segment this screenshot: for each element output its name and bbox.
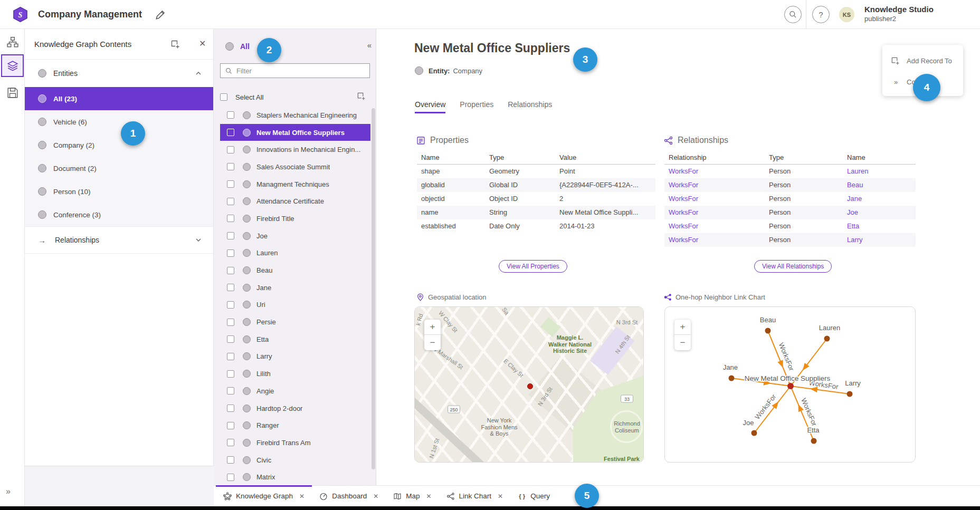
- contents-list-item[interactable]: Company (2): [25, 133, 213, 157]
- entity-list-item[interactable]: Joe: [220, 227, 370, 245]
- table-link-cell[interactable]: Joe: [847, 206, 916, 219]
- table-link-cell[interactable]: WorksFor: [669, 192, 769, 206]
- view-all-properties-button[interactable]: View All Properties: [499, 260, 567, 273]
- entity-checkbox[interactable]: [227, 422, 234, 429]
- entity-checkbox[interactable]: [227, 405, 234, 412]
- entity-list-item[interactable]: Staplers Mechanical Engineering: [220, 107, 370, 124]
- link-chart-svg[interactable]: WorksForWorksForWorksForWorksForBeauLaur…: [665, 307, 916, 463]
- entities-section-header[interactable]: Entities: [25, 60, 213, 87]
- entity-checkbox[interactable]: [227, 456, 234, 464]
- entity-list-item[interactable]: Angie: [220, 382, 370, 400]
- table-link-cell[interactable]: Lauren: [847, 165, 916, 178]
- entity-list-item[interactable]: Uri: [220, 296, 370, 314]
- bottom-tab-dashboard[interactable]: Dashboard✕: [312, 486, 386, 506]
- table-link-cell[interactable]: Jane: [847, 192, 916, 206]
- entity-list-item[interactable]: Attendance Certificate: [220, 193, 370, 210]
- entity-list-item[interactable]: Hardtop 2-door: [220, 400, 370, 417]
- filter-input[interactable]: [236, 67, 358, 75]
- bottom-tab-link-chart[interactable]: Link Chart✕: [439, 486, 511, 506]
- table-link-cell[interactable]: WorksFor: [669, 219, 769, 233]
- entity-checkbox[interactable]: [227, 439, 234, 446]
- entity-checkbox[interactable]: [227, 387, 234, 394]
- view-all-relationships-button[interactable]: View All Relationships: [754, 260, 832, 273]
- filter-field[interactable]: [220, 63, 370, 78]
- table-link-cell[interactable]: Beau: [847, 178, 916, 192]
- entity-list-item[interactable]: Lilith: [220, 365, 370, 382]
- edit-title-pencil-icon[interactable]: [155, 9, 166, 21]
- table-link-cell[interactable]: WorksFor: [669, 233, 769, 247]
- table-link-cell[interactable]: Larry: [847, 233, 916, 247]
- collapse-panel-icon[interactable]: «: [367, 41, 370, 50]
- relationships-section-header[interactable]: → Relationships: [25, 226, 213, 254]
- geospatial-map[interactable]: k RdW Clay StSaN 3rd StMaggie L.Walker N…: [414, 306, 644, 463]
- entity-list-item[interactable]: Lauren: [220, 245, 370, 262]
- record-tab-relationships[interactable]: Relationships: [508, 100, 552, 113]
- close-tab-icon[interactable]: ✕: [373, 493, 378, 500]
- entity-checkbox[interactable]: [227, 474, 234, 481]
- select-all-checkbox[interactable]: [220, 93, 227, 101]
- entity-checkbox[interactable]: [227, 335, 234, 343]
- entity-checkbox[interactable]: [227, 180, 234, 188]
- user-avatar[interactable]: KS: [839, 7, 854, 22]
- entity-checkbox[interactable]: [227, 319, 234, 326]
- entity-checkbox[interactable]: [227, 232, 234, 239]
- entity-checkbox[interactable]: [227, 301, 234, 309]
- record-tab-properties[interactable]: Properties: [460, 100, 493, 113]
- entity-list-item[interactable]: Firebird Trans Am: [220, 434, 370, 451]
- contents-list-item[interactable]: Vehicle (6): [25, 110, 213, 133]
- context-menu-item[interactable]: Add Record To: [882, 50, 963, 71]
- entity-checkbox[interactable]: [227, 267, 234, 274]
- entity-checkbox[interactable]: [227, 370, 234, 378]
- entity-checkbox[interactable]: [227, 129, 234, 136]
- zoom-out-button[interactable]: −: [424, 335, 441, 350]
- help-button[interactable]: ?: [812, 6, 830, 23]
- layers-rail-item[interactable]: [1, 54, 24, 77]
- bottom-tab-knowledge-graph[interactable]: Knowledge Graph✕: [216, 486, 312, 506]
- entity-list-item[interactable]: Civic: [220, 451, 370, 469]
- select-all-row[interactable]: Select All: [220, 90, 371, 104]
- entity-checkbox[interactable]: [227, 163, 234, 170]
- close-tab-icon[interactable]: ✕: [426, 493, 432, 500]
- save-icon[interactable]: [7, 87, 18, 99]
- entity-list-item[interactable]: Managment Techniques: [220, 176, 370, 193]
- entity-list-item[interactable]: New Metal Office Suppliers: [220, 124, 370, 141]
- table-link-cell[interactable]: Etta: [847, 219, 916, 233]
- entity-checkbox[interactable]: [227, 353, 234, 360]
- table-link-cell[interactable]: WorksFor: [669, 178, 769, 192]
- entity-list-item[interactable]: Matrix: [220, 468, 370, 485]
- entity-list-item[interactable]: Jane: [220, 279, 370, 296]
- add-record-icon[interactable]: [357, 92, 366, 101]
- entity-list-scrollbar[interactable]: [372, 108, 375, 469]
- entity-list-item[interactable]: Etta: [220, 331, 370, 348]
- close-tab-icon[interactable]: ✕: [299, 493, 305, 500]
- contents-list-item[interactable]: Document (2): [25, 157, 213, 180]
- search-button[interactable]: [784, 6, 802, 23]
- close-tab-icon[interactable]: ✕: [498, 493, 503, 500]
- contents-list-item[interactable]: Person (10): [25, 180, 213, 203]
- contents-list-item[interactable]: Conference (3): [25, 203, 213, 226]
- add-record-icon[interactable]: [170, 40, 180, 49]
- one-hop-link-chart[interactable]: WorksForWorksForWorksForWorksForBeauLaur…: [664, 306, 916, 463]
- zoom-in-button[interactable]: +: [424, 320, 441, 335]
- zoom-in-button[interactable]: +: [674, 320, 691, 335]
- bottom-tab-map[interactable]: Map✕: [386, 486, 439, 506]
- expand-rail-button[interactable]: »: [6, 487, 9, 496]
- table-link-cell[interactable]: WorksFor: [669, 206, 769, 219]
- sitemap-icon[interactable]: [7, 36, 18, 48]
- entity-list-header[interactable]: All: [240, 42, 250, 51]
- entity-checkbox[interactable]: [227, 284, 234, 291]
- entity-list-item[interactable]: Larry: [220, 348, 370, 365]
- entity-list-item[interactable]: Firebird Title: [220, 210, 370, 227]
- close-panel-icon[interactable]: ✕: [199, 39, 206, 49]
- entity-list-item[interactable]: Persie: [220, 313, 370, 331]
- entity-checkbox[interactable]: [227, 215, 234, 222]
- user-info[interactable]: Knowledge Studio publisher2: [864, 4, 934, 23]
- entity-list-item[interactable]: Innovations in Mechanical Engin...: [220, 141, 370, 158]
- table-link-cell[interactable]: WorksFor: [669, 165, 769, 178]
- record-tab-overview[interactable]: Overview: [415, 100, 445, 113]
- entity-list-item[interactable]: Sales Associate Summit: [220, 158, 370, 176]
- entity-list-item[interactable]: Beau: [220, 262, 370, 279]
- map-canvas[interactable]: k RdW Clay StSaN 3rd StMaggie L.Walker N…: [415, 307, 643, 462]
- bottom-tab-query[interactable]: { }Query: [510, 486, 557, 506]
- entity-checkbox[interactable]: [227, 111, 234, 119]
